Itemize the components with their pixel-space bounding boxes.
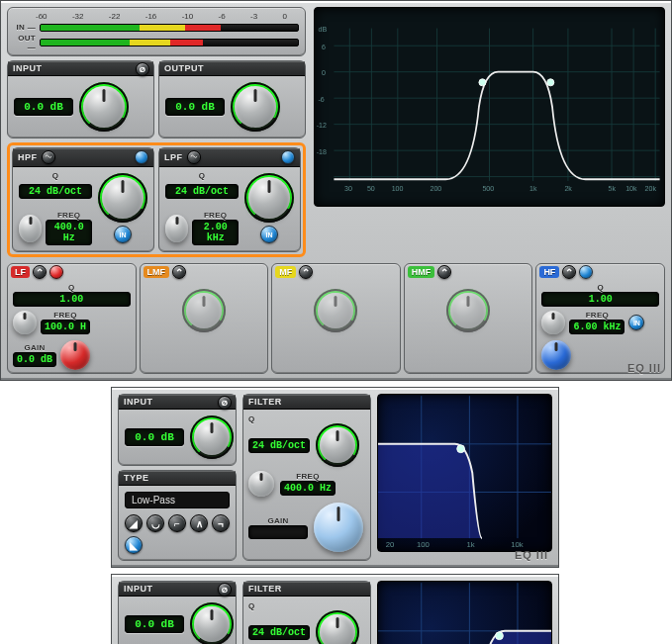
lpf-freq-knob[interactable]: [244, 173, 294, 223]
bot-input-value[interactable]: 0.0 dB: [125, 615, 184, 633]
lpf-in-btn[interactable]: IN: [260, 226, 278, 243]
hpf-slope[interactable]: 24 dB/oct: [19, 184, 92, 199]
mid-freq-knob-small[interactable]: [248, 471, 274, 497]
lpf-q-label: Q: [165, 171, 239, 180]
hf-bypass-btn[interactable]: [579, 265, 593, 279]
type-ls-icon[interactable]: ⌐: [168, 514, 186, 532]
lpf-bypass-icon[interactable]: [281, 150, 295, 164]
input-section: INPUT Ø 0.0 dB: [7, 60, 154, 138]
lf-q-knob[interactable]: [13, 311, 37, 334]
hmf-shape-btn[interactable]: ⌃: [437, 265, 451, 279]
bot-phase-icon[interactable]: Ø: [218, 583, 232, 597]
svg-text:100: 100: [417, 540, 431, 549]
hf-q[interactable]: 1.00: [541, 292, 659, 307]
lpf-freq-label: FREQ: [192, 211, 239, 220]
lpf-q-knob[interactable]: [165, 215, 188, 242]
mid-gain-knob[interactable]: [314, 503, 363, 552]
input-title: INPUT: [13, 63, 43, 73]
mf-knob[interactable]: [314, 289, 357, 332]
svg-point-17: [547, 79, 554, 86]
type-peak-icon[interactable]: ∧: [190, 514, 208, 532]
hpf-shape-icon[interactable]: [42, 150, 55, 164]
mf-tag: MF: [275, 266, 296, 278]
lpf-slope[interactable]: 24 dB/oct: [165, 184, 239, 199]
type-lp-icon[interactable]: ◣: [125, 536, 143, 554]
hpf-bypass-icon[interactable]: [135, 150, 148, 164]
lpf-title: LPF: [164, 152, 183, 162]
svg-text:10k: 10k: [511, 540, 524, 549]
svg-point-49: [496, 632, 504, 640]
mid-filter-title: FILTER: [248, 397, 282, 407]
tick: -22: [109, 12, 121, 21]
svg-text:6: 6: [322, 44, 326, 50]
mid-input-knob[interactable]: [190, 415, 234, 459]
tick: -60: [36, 12, 48, 21]
type-notch-icon[interactable]: ◡: [146, 514, 164, 532]
input-knob[interactable]: [79, 82, 129, 132]
mid-freq[interactable]: 400.0 Hz: [280, 481, 336, 496]
eq-7band-panel: -60 -32 -22 -16 -10 -6 -3 0 IN — OUT —: [0, 0, 672, 381]
bot-slope[interactable]: 24 dB/oct: [248, 625, 310, 640]
mid-type-value[interactable]: Low-Pass: [125, 492, 230, 508]
lf-q[interactable]: 1.00: [13, 292, 131, 307]
svg-point-16: [479, 79, 486, 86]
hf-shape-btn[interactable]: ⌃: [562, 265, 576, 279]
hpf-lpf-highlight: HPF Q 24 dB/oct: [7, 142, 306, 257]
mid-type-title: TYPE: [124, 473, 149, 483]
lpf-shape-icon[interactable]: [187, 150, 201, 164]
lf-bypass-btn[interactable]: [49, 265, 63, 279]
svg-text:-12: -12: [317, 122, 327, 129]
io-meters: -60 -32 -22 -16 -10 -6 -3 0 IN — OUT —: [7, 7, 306, 56]
band-lf: LF ⌃ Q 1.00 FREQ 100.0 H GAIN 0.0: [7, 263, 137, 374]
output-knob[interactable]: [231, 82, 280, 132]
phase-invert-icon[interactable]: Ø: [136, 62, 149, 76]
lf-gain[interactable]: 0.0 dB: [13, 352, 56, 367]
mid-input-section: INPUT Ø 0.0 dB: [118, 394, 237, 466]
eq-1band-highpass-panel: INPUT Ø 0.0 dB TYPE High-Pass ◢ ◡ ⌐ ∧ ¬ …: [111, 574, 559, 644]
lf-freq-label: FREQ: [41, 311, 90, 320]
hpf-freq[interactable]: 400.0 Hz: [46, 220, 92, 245]
hpf-freq-knob[interactable]: [98, 173, 147, 223]
freq-response-graph[interactable]: dB 6 0 -6 -12 -18 30 50 100 200 500 1k 2…: [314, 7, 665, 207]
hpf-q-knob[interactable]: [19, 215, 42, 242]
hf-in-btn[interactable]: IN: [628, 315, 644, 330]
mid-graph[interactable]: 20 100 1k 10k: [377, 394, 552, 552]
type-hp-icon[interactable]: ◢: [125, 514, 143, 532]
hf-freq[interactable]: 6.00 kHz: [569, 320, 624, 334]
lf-shape-btn[interactable]: ⌃: [33, 265, 47, 279]
mid-phase-icon[interactable]: Ø: [218, 396, 232, 410]
tick: -6: [219, 12, 226, 21]
mid-type-section: TYPE Low-Pass ◢ ◡ ⌐ ∧ ¬ ◣: [118, 470, 237, 561]
bot-input-knob[interactable]: [190, 602, 234, 644]
in-meter: [40, 24, 299, 32]
tick: 0: [282, 12, 286, 21]
hpf-in-btn[interactable]: IN: [114, 226, 132, 243]
output-value[interactable]: 0.0 dB: [165, 98, 225, 116]
bot-graph[interactable]: 20 100 1k 10k: [377, 581, 552, 644]
bot-filter-section: FILTER Q 24 dB/oct FREQ 2.00 kHz GAIN: [242, 581, 371, 644]
hmf-knob[interactable]: [446, 289, 490, 332]
hf-q-knob[interactable]: [541, 311, 565, 334]
mid-q-knob[interactable]: [316, 423, 359, 467]
svg-text:200: 200: [430, 185, 441, 192]
hf-q-label: Q: [541, 283, 659, 292]
mid-input-value[interactable]: 0.0 dB: [125, 428, 184, 446]
lf-freq[interactable]: 100.0 H: [41, 320, 90, 334]
lf-gain-knob[interactable]: [60, 340, 90, 370]
mf-shape-btn[interactable]: ⌃: [299, 265, 313, 279]
lmf-knob[interactable]: [182, 289, 226, 332]
type-hs-icon[interactable]: ¬: [212, 514, 230, 532]
in-label: IN —: [14, 23, 36, 32]
svg-text:2k: 2k: [564, 185, 572, 192]
hf-gain-knob[interactable]: [541, 340, 571, 370]
band-lmf: LMF ⌃: [140, 263, 269, 374]
bot-q-knob[interactable]: [316, 610, 359, 644]
lmf-shape-btn[interactable]: ⌃: [172, 265, 186, 279]
bot-q-label: Q: [248, 601, 365, 610]
mid-slope[interactable]: 24 dB/oct: [248, 438, 310, 453]
input-value[interactable]: 0.0 dB: [14, 98, 73, 116]
svg-text:5k: 5k: [609, 185, 617, 192]
mid-freq-label: FREQ: [280, 472, 336, 481]
lpf-freq[interactable]: 2.00 kHz: [192, 220, 239, 245]
tick: -16: [145, 12, 157, 21]
